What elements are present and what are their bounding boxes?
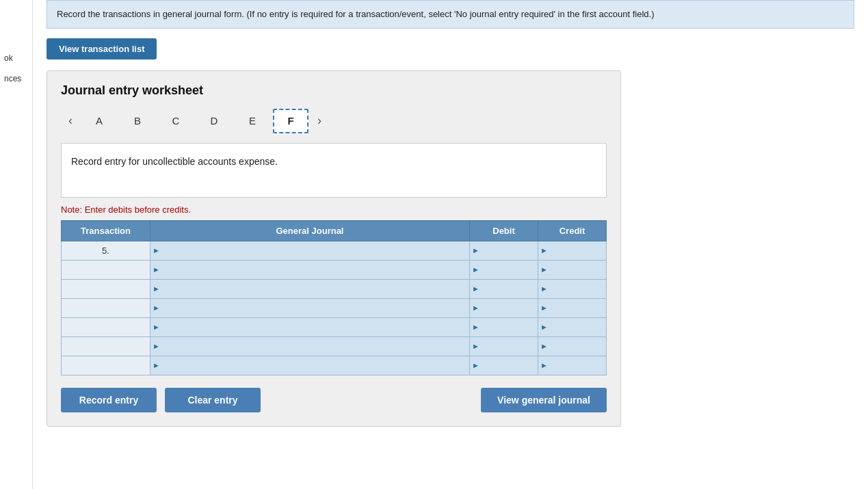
- view-transaction-list-button[interactable]: View transaction list: [47, 38, 157, 60]
- note-text: Note: Enter debits before credits.: [61, 204, 607, 215]
- journal-cell[interactable]: ►: [150, 241, 470, 260]
- table-row: ► ► ►: [62, 356, 607, 375]
- cell-arrow-icon: ►: [540, 265, 548, 274]
- page-wrapper: 2 ok nces Record the transactions in gen…: [0, 0, 868, 489]
- view-general-journal-button[interactable]: View general journal: [481, 388, 607, 412]
- instruction-text: Record entry for uncollectible accounts …: [71, 156, 278, 167]
- tab-B[interactable]: B: [120, 109, 155, 133]
- transaction-cell: [62, 317, 150, 336]
- journal-cell[interactable]: ►: [150, 356, 470, 375]
- journal-cell[interactable]: ►: [150, 260, 470, 279]
- cell-arrow-icon: ►: [540, 361, 548, 369]
- action-buttons: Record entry Clear entry View general jo…: [61, 388, 607, 412]
- cell-arrow-icon: ►: [472, 265, 479, 274]
- instruction-box: Record entry for uncollectible accounts …: [61, 143, 607, 198]
- tab-C[interactable]: C: [158, 109, 194, 133]
- journal-cell[interactable]: ►: [150, 317, 470, 336]
- worksheet-container: Journal entry worksheet ‹ A B C D E: [47, 70, 621, 427]
- cell-arrow-icon: ►: [472, 361, 479, 369]
- credit-cell[interactable]: ►: [538, 260, 607, 279]
- cell-arrow-icon: ►: [153, 285, 160, 293]
- instruction-banner: Record the transactions in general journ…: [47, 0, 854, 29]
- journal-cell[interactable]: ►: [150, 336, 470, 356]
- cell-arrow-icon: ►: [153, 361, 160, 369]
- cell-arrow-icon: ►: [472, 246, 479, 254]
- col-header-general-journal: General Journal: [150, 220, 470, 241]
- cell-arrow-icon: ►: [153, 304, 160, 312]
- transaction-cell: [62, 298, 150, 317]
- cell-arrow-icon: ►: [153, 265, 160, 274]
- table-row: 5. ► ► ►: [62, 241, 607, 260]
- cell-arrow-icon: ►: [540, 304, 548, 312]
- sidebar-item-nces[interactable]: nces: [0, 68, 32, 89]
- col-header-debit: Debit: [470, 220, 538, 241]
- cell-arrow-icon: ►: [540, 342, 548, 350]
- debit-cell[interactable]: ►: [470, 241, 538, 260]
- tab-F[interactable]: F: [273, 109, 308, 133]
- worksheet-title: Journal entry worksheet: [61, 83, 607, 98]
- transaction-cell: [62, 279, 150, 298]
- journal-cell[interactable]: ►: [150, 298, 470, 317]
- cell-arrow-icon: ►: [153, 323, 160, 331]
- cell-arrow-icon: ►: [540, 285, 548, 293]
- cell-arrow-icon: ►: [472, 342, 479, 350]
- col-header-credit: Credit: [538, 220, 607, 241]
- tab-E[interactable]: E: [235, 109, 270, 133]
- sidebar-item-ok[interactable]: ok: [0, 48, 32, 68]
- cell-arrow-icon: ►: [472, 304, 479, 312]
- table-row: ► ► ►: [62, 317, 607, 336]
- cell-arrow-icon: ►: [153, 246, 160, 254]
- cell-arrow-icon: ►: [540, 246, 548, 254]
- journal-cell[interactable]: ►: [150, 279, 470, 298]
- table-row: ► ► ►: [62, 260, 607, 279]
- debit-cell[interactable]: ►: [470, 279, 538, 298]
- transaction-cell: 5.: [62, 241, 150, 260]
- tab-nav: ‹ A B C D E F ›: [61, 109, 607, 133]
- journal-table: Transaction General Journal Debit Credit…: [61, 220, 607, 375]
- cell-arrow-icon: ►: [472, 285, 479, 293]
- tab-A[interactable]: A: [81, 109, 117, 133]
- credit-cell[interactable]: ►: [538, 298, 607, 317]
- transaction-cell: [62, 260, 150, 279]
- cell-arrow-icon: ►: [472, 323, 479, 331]
- credit-cell[interactable]: ►: [538, 279, 607, 298]
- tab-nav-next-button[interactable]: ›: [310, 109, 329, 133]
- transaction-cell: [62, 356, 150, 375]
- record-entry-button[interactable]: Record entry: [61, 388, 157, 412]
- main-content: Record the transactions in general journ…: [33, 0, 868, 440]
- table-row: ► ► ►: [62, 298, 607, 317]
- tab-D[interactable]: D: [196, 109, 232, 133]
- cell-arrow-icon: ►: [153, 342, 160, 350]
- sidebar: ok nces: [0, 0, 33, 489]
- debit-cell[interactable]: ►: [470, 260, 538, 279]
- instruction-banner-text: Record the transactions in general journ…: [57, 9, 655, 19]
- clear-entry-button[interactable]: Clear entry: [165, 388, 261, 412]
- table-row: ► ► ►: [62, 336, 607, 356]
- debit-cell[interactable]: ►: [470, 356, 538, 375]
- credit-cell[interactable]: ►: [538, 317, 607, 336]
- credit-cell[interactable]: ►: [538, 241, 607, 260]
- table-row: ► ► ►: [62, 279, 607, 298]
- credit-cell[interactable]: ►: [538, 336, 607, 356]
- credit-cell[interactable]: ►: [538, 356, 607, 375]
- tab-nav-prev-button[interactable]: ‹: [61, 109, 80, 133]
- debit-cell[interactable]: ►: [470, 317, 538, 336]
- debit-cell[interactable]: ►: [470, 298, 538, 317]
- col-header-transaction: Transaction: [62, 220, 150, 241]
- transaction-cell: [62, 336, 150, 356]
- cell-arrow-icon: ►: [540, 323, 548, 331]
- debit-cell[interactable]: ►: [470, 336, 538, 356]
